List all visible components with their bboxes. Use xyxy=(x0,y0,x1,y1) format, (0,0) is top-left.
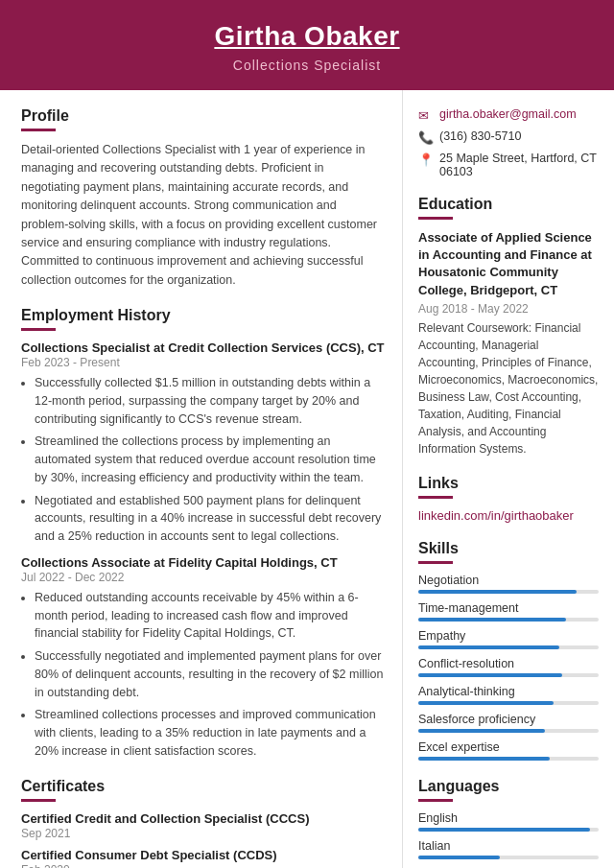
skill-bar-bg-6 xyxy=(418,757,599,761)
job-1-bullet-1: Successfully collected $1.5 million in o… xyxy=(35,374,385,428)
lang-bar-bg-1 xyxy=(418,856,599,859)
cert-2-date: Feb 2020 xyxy=(21,863,385,869)
resume-body: Profile Detail-oriented Collections Spec… xyxy=(0,90,614,868)
cert-2: Certified Consumer Debt Specialist (CCDS… xyxy=(21,848,385,869)
languages-list: English Italian xyxy=(418,811,599,859)
linkedin-link[interactable]: linkedin.com/in/girthaobaker xyxy=(418,508,574,523)
job-2-bullet-2: Successfully negotiated and implemented … xyxy=(35,647,385,701)
profile-title: Profile xyxy=(21,107,385,125)
resume-header: Girtha Obaker Collections Specialist xyxy=(0,0,614,90)
languages-divider xyxy=(418,799,453,802)
job-2-bullets: Reduced outstanding accounts receivable … xyxy=(21,589,385,761)
skill-bar-fill-0 xyxy=(418,590,577,594)
skill-label-2: Empathy xyxy=(418,629,599,643)
skill-bar-fill-4 xyxy=(418,701,554,705)
skill-bar-fill-5 xyxy=(418,729,545,733)
skill-bar-bg-5 xyxy=(418,729,599,733)
skill-label-0: Negotiation xyxy=(418,574,599,587)
lang-item-1: Italian xyxy=(418,839,599,859)
candidate-name: Girtha Obaker xyxy=(19,21,595,52)
phone-text: (316) 830-5710 xyxy=(439,129,521,143)
skill-item-0: Negotiation xyxy=(418,574,599,594)
skill-bar-fill-2 xyxy=(418,645,559,649)
profile-section: Profile Detail-oriented Collections Spec… xyxy=(21,107,385,290)
edu-date: Aug 2018 - May 2022 xyxy=(418,302,599,316)
certificates-title: Certificates xyxy=(21,778,385,795)
cert-2-name: Certified Consumer Debt Specialist (CCDS… xyxy=(21,848,385,862)
skill-item-5: Salesforce proficiency xyxy=(418,713,599,733)
skill-label-1: Time-management xyxy=(418,601,599,615)
job-1-bullet-3: Negotiated and established 500 payment p… xyxy=(35,492,385,546)
education-section: Education Associate of Applied Science i… xyxy=(418,196,599,457)
email-icon: ✉ xyxy=(418,108,436,123)
job-2-bullet-3: Streamlined collections processes and im… xyxy=(35,706,385,760)
skills-list: Negotiation Time-management Empathy Conf… xyxy=(418,574,599,761)
job-1-bullet-2: Streamlined the collections process by i… xyxy=(35,433,385,486)
edu-degree: Associate of Applied Science in Accounti… xyxy=(418,229,599,299)
skills-title: Skills xyxy=(418,540,599,557)
cert-1-name: Certified Credit and Collection Speciali… xyxy=(21,811,385,826)
skill-item-6: Excel expertise xyxy=(418,740,599,761)
lang-bar-fill-0 xyxy=(418,828,590,832)
skill-label-3: Conflict-resolution xyxy=(418,657,599,670)
candidate-title: Collections Specialist xyxy=(19,58,595,73)
skill-bar-bg-3 xyxy=(418,673,599,677)
lang-label-1: Italian xyxy=(418,839,599,853)
contact-address-row: 📍 25 Maple Street, Hartford, CT 06103 xyxy=(418,152,599,178)
lang-bar-fill-1 xyxy=(418,856,500,859)
job-2: Collections Associate at Fidelity Capita… xyxy=(21,555,385,761)
languages-title: Languages xyxy=(418,778,599,795)
links-section: Links linkedin.com/in/girthaobaker xyxy=(418,475,599,523)
skill-label-4: Analytical-thinking xyxy=(418,685,599,698)
contact-phone-row: 📞 (316) 830-5710 xyxy=(418,129,599,145)
location-icon: 📍 xyxy=(418,152,436,167)
links-title: Links xyxy=(418,475,599,492)
job-2-date: Jul 2022 - Dec 2022 xyxy=(21,571,385,584)
profile-text: Detail-oriented Collections Specialist w… xyxy=(21,141,385,290)
skill-bar-bg-0 xyxy=(418,590,599,594)
skill-item-2: Empathy xyxy=(418,629,599,649)
lang-label-0: English xyxy=(418,811,599,825)
skill-item-1: Time-management xyxy=(418,601,599,622)
lang-bar-bg-0 xyxy=(418,828,599,832)
education-title: Education xyxy=(418,196,599,213)
employment-divider xyxy=(21,328,56,331)
skill-label-5: Salesforce proficiency xyxy=(418,713,599,726)
certificates-section: Certificates Certified Credit and Collec… xyxy=(21,778,385,869)
job-2-bullet-1: Reduced outstanding accounts receivable … xyxy=(35,589,385,643)
skill-bar-bg-1 xyxy=(418,618,599,622)
phone-icon: 📞 xyxy=(418,130,436,145)
email-link[interactable]: girtha.obaker@gmail.com xyxy=(439,107,577,121)
skill-label-6: Excel expertise xyxy=(418,740,599,754)
job-1-bullets: Successfully collected $1.5 million in o… xyxy=(21,374,385,546)
address-text: 25 Maple Street, Hartford, CT 06103 xyxy=(439,152,599,178)
skill-bar-bg-2 xyxy=(418,645,599,649)
contact-email-row: ✉ girtha.obaker@gmail.com xyxy=(418,107,599,123)
edu-courses-label: Relevant Coursework: xyxy=(418,321,531,335)
skill-bar-fill-3 xyxy=(418,673,562,677)
languages-section: Languages English Italian xyxy=(418,778,599,859)
lang-item-0: English xyxy=(418,811,599,832)
education-divider xyxy=(418,217,453,220)
job-1-title: Collections Specialist at Credit Collect… xyxy=(21,340,385,355)
skill-bar-fill-6 xyxy=(418,757,550,761)
skill-item-3: Conflict-resolution xyxy=(418,657,599,677)
job-1-date: Feb 2023 - Present xyxy=(21,356,385,369)
left-column: Profile Detail-oriented Collections Spec… xyxy=(0,90,403,868)
skill-bar-bg-4 xyxy=(418,701,599,705)
employment-section: Employment History Collections Specialis… xyxy=(21,307,385,761)
skill-item-4: Analytical-thinking xyxy=(418,685,599,705)
skills-section: Skills Negotiation Time-management Empat… xyxy=(418,540,599,761)
profile-divider xyxy=(21,129,56,131)
certificates-divider xyxy=(21,799,56,802)
skills-divider xyxy=(418,561,453,564)
edu-courses: Relevant Coursework: Financial Accountin… xyxy=(418,319,599,457)
job-1: Collections Specialist at Credit Collect… xyxy=(21,340,385,546)
employment-title: Employment History xyxy=(21,307,385,324)
contact-section: ✉ girtha.obaker@gmail.com 📞 (316) 830-57… xyxy=(418,107,599,178)
skill-bar-fill-1 xyxy=(418,618,566,622)
links-divider xyxy=(418,496,453,499)
cert-1-date: Sep 2021 xyxy=(21,827,385,840)
cert-1: Certified Credit and Collection Speciali… xyxy=(21,811,385,840)
edu-courses-text: Financial Accounting, Managerial Account… xyxy=(418,321,598,456)
